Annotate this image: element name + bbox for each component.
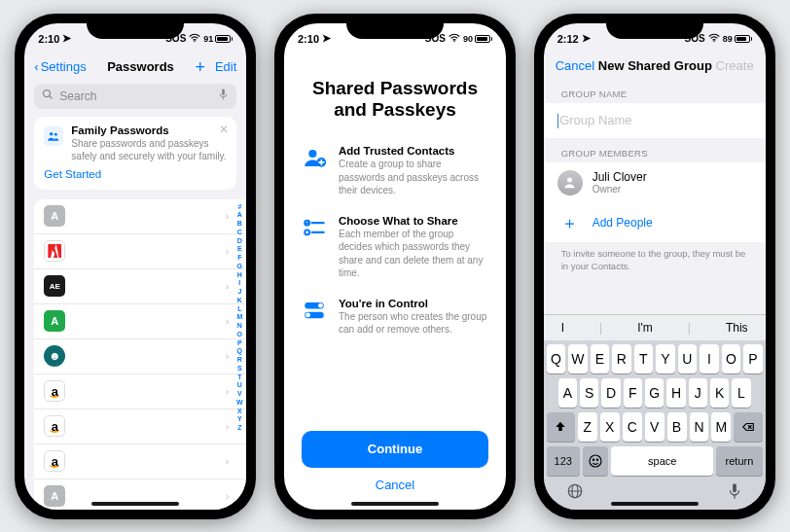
suggestion[interactable]: This bbox=[726, 321, 748, 335]
alpha-index[interactable]: #ABCDEFGHIJKLMNOPQRSTUVWXYZ bbox=[234, 199, 244, 510]
index-letter[interactable]: D bbox=[234, 237, 244, 246]
list-item[interactable]: ☻› bbox=[34, 339, 246, 374]
index-letter[interactable]: L bbox=[234, 305, 244, 314]
key-n[interactable]: N bbox=[690, 412, 709, 442]
cancel-button[interactable]: Cancel bbox=[556, 58, 594, 73]
feature-sub: Create a group to share passwords and pa… bbox=[339, 158, 488, 197]
edit-button[interactable]: Edit bbox=[215, 59, 236, 74]
numbers-key[interactable]: 123 bbox=[547, 446, 580, 476]
index-letter[interactable]: E bbox=[234, 245, 244, 254]
index-letter[interactable]: S bbox=[234, 365, 244, 373]
search-field[interactable]: Search bbox=[34, 84, 236, 109]
index-letter[interactable]: K bbox=[234, 297, 244, 305]
globe-key[interactable] bbox=[566, 482, 584, 504]
index-letter[interactable]: Z bbox=[234, 424, 244, 433]
home-indicator[interactable] bbox=[91, 502, 179, 506]
home-indicator[interactable] bbox=[611, 502, 699, 506]
key-s[interactable]: S bbox=[580, 378, 598, 408]
backspace-key[interactable] bbox=[734, 412, 762, 442]
list-item[interactable]: A› bbox=[34, 199, 246, 234]
key-a[interactable]: A bbox=[558, 378, 577, 408]
index-letter[interactable]: O bbox=[234, 331, 244, 339]
list-item[interactable]: › bbox=[34, 374, 246, 409]
dictation-key[interactable] bbox=[726, 482, 743, 504]
svg-point-18 bbox=[713, 40, 714, 41]
index-letter[interactable]: V bbox=[234, 390, 244, 399]
key-l[interactable]: L bbox=[732, 378, 750, 408]
key-m[interactable]: M bbox=[711, 412, 731, 442]
key-p[interactable]: P bbox=[743, 344, 763, 373]
key-q[interactable]: Q bbox=[547, 344, 566, 373]
plus-icon: ＋ bbox=[559, 212, 581, 233]
suggestion[interactable]: I bbox=[561, 321, 564, 335]
create-button[interactable]: Create bbox=[716, 58, 754, 73]
key-e[interactable]: E bbox=[591, 344, 610, 373]
index-letter[interactable]: T bbox=[234, 373, 244, 382]
list-item[interactable]: › bbox=[34, 234, 246, 269]
key-r[interactable]: R bbox=[612, 344, 631, 373]
cancel-button[interactable]: Cancel bbox=[302, 478, 488, 492]
index-letter[interactable]: Y bbox=[234, 415, 244, 424]
index-letter[interactable]: G bbox=[234, 263, 244, 271]
add-button[interactable]: + bbox=[195, 58, 205, 76]
key-g[interactable]: G bbox=[645, 378, 664, 408]
index-letter[interactable]: P bbox=[234, 339, 244, 348]
key-i[interactable]: I bbox=[700, 344, 719, 373]
list-item[interactable]: AE› bbox=[34, 269, 246, 304]
member-row[interactable]: Juli Clover Owner bbox=[544, 162, 766, 203]
index-letter[interactable]: M bbox=[234, 313, 244, 322]
site-icon: ☻ bbox=[44, 345, 65, 367]
passwords-list[interactable]: A› › AE› A› ☻› › › › A› ▭online.american… bbox=[34, 199, 246, 510]
index-letter[interactable]: R bbox=[234, 356, 244, 365]
key-y[interactable]: Y bbox=[656, 344, 675, 373]
index-letter[interactable]: B bbox=[234, 220, 244, 229]
svg-rect-26 bbox=[733, 483, 736, 492]
list-item[interactable]: A› bbox=[34, 304, 246, 339]
key-x[interactable]: X bbox=[600, 412, 620, 442]
index-letter[interactable]: Q bbox=[234, 347, 244, 356]
key-f[interactable]: F bbox=[624, 378, 642, 408]
add-people-button[interactable]: ＋ Add People bbox=[544, 203, 766, 242]
index-letter[interactable]: N bbox=[234, 322, 244, 331]
key-j[interactable]: J bbox=[689, 378, 707, 408]
shift-key[interactable] bbox=[547, 412, 575, 442]
key-d[interactable]: D bbox=[601, 378, 620, 408]
key-t[interactable]: T bbox=[634, 344, 654, 373]
suggestion[interactable]: I'm bbox=[637, 321, 653, 335]
notch bbox=[87, 14, 184, 39]
index-letter[interactable]: F bbox=[234, 254, 244, 263]
key-w[interactable]: W bbox=[568, 344, 588, 373]
svg-point-22 bbox=[596, 459, 597, 460]
key-k[interactable]: K bbox=[710, 378, 729, 408]
return-key[interactable]: return bbox=[716, 446, 762, 476]
continue-button[interactable]: Continue bbox=[302, 431, 488, 468]
index-letter[interactable]: C bbox=[234, 229, 244, 237]
feature-sub: Each member of the group decides which p… bbox=[339, 228, 488, 280]
key-u[interactable]: U bbox=[678, 344, 698, 373]
key-h[interactable]: H bbox=[666, 378, 685, 408]
index-letter[interactable]: I bbox=[234, 279, 244, 288]
index-letter[interactable]: W bbox=[234, 399, 244, 408]
close-icon[interactable]: ✕ bbox=[219, 123, 229, 136]
index-letter[interactable]: H bbox=[234, 271, 244, 280]
index-letter[interactable]: U bbox=[234, 381, 244, 390]
avatar bbox=[557, 170, 583, 195]
key-c[interactable]: C bbox=[623, 412, 642, 442]
index-letter[interactable]: X bbox=[234, 408, 244, 416]
back-button[interactable]: ‹ Settings bbox=[34, 59, 86, 74]
key-z[interactable]: Z bbox=[578, 412, 597, 442]
index-letter[interactable]: A bbox=[234, 211, 244, 220]
mic-icon[interactable] bbox=[218, 88, 229, 104]
space-key[interactable]: space bbox=[611, 446, 713, 476]
list-item[interactable]: › bbox=[34, 409, 246, 444]
get-started-link[interactable]: Get Started bbox=[44, 168, 101, 180]
list-item[interactable]: › bbox=[34, 444, 246, 479]
emoji-key[interactable] bbox=[583, 446, 608, 476]
index-letter[interactable]: J bbox=[234, 288, 244, 297]
home-indicator[interactable] bbox=[351, 502, 439, 506]
index-letter[interactable]: # bbox=[234, 203, 244, 212]
key-o[interactable]: O bbox=[722, 344, 741, 373]
key-v[interactable]: V bbox=[645, 412, 664, 442]
group-name-input[interactable]: Group Name bbox=[544, 103, 766, 138]
key-b[interactable]: B bbox=[667, 412, 687, 442]
